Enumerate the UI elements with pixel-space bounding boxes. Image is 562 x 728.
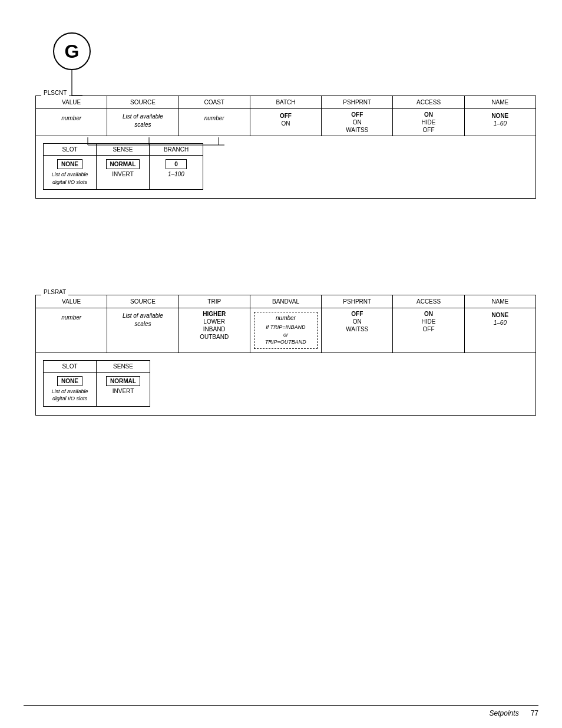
plscnt-header-coast: COAST — [179, 96, 250, 108]
plscnt-sub-header-slot: SLOT — [44, 144, 97, 155]
plscnt-header-source: SOURCE — [107, 96, 178, 108]
plscnt-val-source: List of availablescales — [107, 109, 178, 136]
plscnt-val-name: NONE 1–60 — [465, 109, 535, 136]
plsrat-section: PLSRAT VALUE SOURCE TRIP BANDVAL PSHPRNT… — [35, 295, 536, 416]
plscnt-val-pshprnt: OFF ON WAITSS — [322, 109, 393, 136]
plscnt-header-batch: BATCH — [250, 96, 322, 108]
plscnt-sub-header-row: SLOT SENSE BRANCH — [44, 144, 203, 156]
plscnt-section: PLSCNT VALUE SOURCE COAST BATCH PSHPRNT … — [35, 95, 536, 199]
plsrat-header-trip: TRIP — [179, 295, 250, 308]
plsrat-header-row: VALUE SOURCE TRIP BANDVAL PSHPRNT ACCESS… — [36, 295, 535, 308]
plsrat-sub-val-slot: NONE List of availabledigital I/O slots — [44, 373, 97, 406]
plscnt-sub-wrapper: SLOT SENSE BRANCH NONE List of available… — [36, 136, 535, 198]
plsrat-val-trip: HIGHER LOWER INBAND OUTBAND — [179, 308, 250, 353]
plscnt-outer-box: VALUE SOURCE COAST BATCH PSHPRNT ACCESS … — [35, 95, 536, 199]
plsrat-header-bandval: BANDVAL — [250, 295, 322, 308]
plscnt-sub-val-sense: NORMAL INVERT — [97, 156, 150, 189]
plsrat-header-name: NAME — [465, 295, 535, 308]
g-label: G — [65, 41, 80, 62]
plscnt-sub-value-row: NONE List of availabledigital I/O slots … — [44, 156, 203, 189]
plscnt-sub-val-branch: 0 1–100 — [150, 156, 203, 189]
footer-page-number: 77 — [531, 709, 538, 717]
plscnt-header-access: ACCESS — [393, 96, 464, 108]
plsrat-val-name: NONE 1–60 — [465, 308, 535, 353]
plsrat-outer-box: VALUE SOURCE TRIP BANDVAL PSHPRNT ACCESS… — [35, 295, 536, 416]
plsrat-sub-value-row: NONE List of availabledigital I/O slots … — [44, 373, 150, 406]
plsrat-val-access: ON HIDE OFF — [393, 308, 464, 353]
plscnt-value-row: number List of availablescales number OF… — [36, 109, 535, 136]
plsrat-sub-header-sense: SENSE — [97, 361, 150, 372]
plscnt-val-access: ON HIDE OFF — [393, 109, 464, 136]
plsrat-val-bandval: number If TRIP=INBANDorTRIP=OUTBAND — [250, 308, 322, 353]
plsrat-value-row: number List of availablescales HIGHER LO… — [36, 308, 535, 353]
plsrat-sub-val-sense: NORMAL INVERT — [97, 373, 150, 406]
plsrat-header-pshprnt: PSHPRNT — [322, 295, 393, 308]
plscnt-val-batch: OFF ON — [250, 109, 322, 136]
footer-section: Setpoints — [490, 709, 519, 717]
plsrat-val-pshprnt: OFF ON WAITSS — [322, 308, 393, 353]
plscnt-val-coast: number — [179, 109, 250, 136]
plsrat-label: PLSRAT — [41, 289, 68, 295]
page-content: G PLSCNT VALUE SOURCE COAST BATCH PSHPRN… — [0, 0, 562, 728]
plsrat-sub-header-slot: SLOT — [44, 361, 97, 372]
plsrat-sub-box: SLOT SENSE NONE List of availabledigital… — [43, 360, 150, 407]
plscnt-header-row: VALUE SOURCE COAST BATCH PSHPRNT ACCESS … — [36, 96, 535, 109]
footer: Setpoints 77 — [24, 705, 538, 717]
plsrat-header-value: VALUE — [36, 295, 107, 308]
plscnt-val-value: number — [36, 109, 107, 136]
plsrat-val-value: number — [36, 308, 107, 353]
g-circle: G — [53, 32, 91, 70]
plscnt-header-name: NAME — [465, 96, 535, 108]
plscnt-header-pshprnt: PSHPRNT — [322, 96, 393, 108]
plsrat-val-source: List of availablescales — [107, 308, 178, 353]
plscnt-sub-box: SLOT SENSE BRANCH NONE List of available… — [43, 143, 203, 190]
plscnt-sub-val-slot: NONE List of availabledigital I/O slots — [44, 156, 97, 189]
plsrat-header-source: SOURCE — [107, 295, 178, 308]
plsrat-sub-header-row: SLOT SENSE — [44, 361, 150, 373]
plscnt-header-value: VALUE — [36, 96, 107, 108]
plscnt-sub-header-branch: BRANCH — [150, 144, 203, 155]
plsrat-header-access: ACCESS — [393, 295, 464, 308]
plscnt-sub-header-sense: SENSE — [97, 144, 150, 155]
plsrat-sub-wrapper: SLOT SENSE NONE List of availabledigital… — [36, 353, 535, 415]
plscnt-label: PLSCNT — [41, 90, 69, 96]
